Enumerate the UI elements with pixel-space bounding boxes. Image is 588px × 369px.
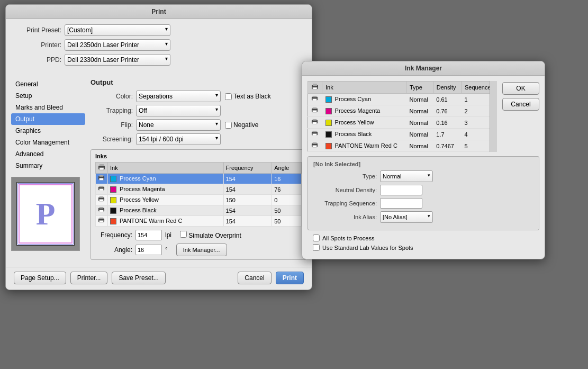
output-section-title: Output [91,78,306,86]
svg-rect-14 [99,210,103,212]
printer-select-wrapper: Dell 2350dn Laser Printer [65,39,170,51]
ink-manager-title: Ink Manager [302,61,545,76]
svg-rect-19 [313,84,317,86]
negative-checkbox[interactable] [225,122,232,129]
svg-rect-8 [99,189,103,191]
sidebar-item-color-management[interactable]: Color Management [11,137,85,148]
svg-rect-2 [99,168,104,170]
use-standard-lab-label: Use Standard Lab Values for Spots [322,245,413,251]
all-spots-checkbox[interactable] [313,235,320,241]
svg-rect-1 [99,164,104,166]
use-standard-lab-checkbox[interactable] [313,244,320,251]
svg-rect-20 [313,87,317,89]
im-alias-label: Ink Alias: [313,214,377,220]
inks-table-row[interactable]: Process Yellow 150 0 [96,195,302,205]
ink-details-section: [No Ink Selected] Type: Normal Neutral D… [307,156,539,230]
flip-label: Flip: [91,121,133,129]
trapping-select-wrapper: Off [136,105,221,116]
inks-table-row[interactable]: Process Magenta 154 76 [96,184,302,195]
im-table-row[interactable]: Process Yellow Normal 0.16 3 [308,117,497,129]
color-label: Color: [91,93,133,100]
print-dialog: Print Print Preset: [Custom] Printer: De… [5,4,312,290]
ink-manager-scrollbar[interactable] [490,81,497,152]
ppd-select[interactable]: Dell 2330dn Laser Printer [65,54,170,66]
inks-table-row[interactable]: PANTONE Warm Red C 154 50 [96,216,302,227]
sidebar-item-marks[interactable]: Marks and Bleed [11,102,85,113]
ink-manager-table: Ink Type Density Sequence Process Cyan [307,81,497,152]
sidebar-item-graphics[interactable]: Graphics [11,125,85,137]
im-table-row[interactable]: Process Magenta Normal 0.76 2 [308,105,497,117]
im-trapping-seq-input[interactable] [380,198,422,209]
ppd-label: PPD: [14,56,61,64]
ink-manager-button[interactable]: Ink Manager... [176,244,227,256]
trapping-select[interactable]: Off [136,105,221,116]
svg-rect-10 [99,196,103,198]
ink-manager-dialog: Ink Manager Ink Type Density [302,61,545,259]
ppd-select-wrapper: Dell 2330dn Laser Printer [65,54,170,66]
sidebar-item-output[interactable]: Output [11,113,85,125]
svg-rect-25 [313,107,316,109]
frequency-input[interactable] [135,230,162,240]
print-preview: P [11,177,80,251]
all-spots-label: All Spots to Process [322,235,374,241]
sidebar-item-general[interactable]: General [11,78,85,90]
sidebar-item-advanced[interactable]: Advanced [11,148,85,160]
angle-input[interactable] [135,245,162,255]
svg-rect-23 [313,99,316,101]
print-button[interactable]: Print [276,272,304,284]
cancel-button[interactable]: Cancel [238,272,271,284]
inks-title: Inks [95,153,302,159]
preset-select[interactable]: [Custom] [65,24,170,36]
svg-rect-32 [313,134,316,136]
inks-table-row[interactable]: Process Cyan 154 16 [96,174,302,184]
svg-rect-22 [313,96,316,97]
trapping-label: Trapping: [91,107,133,114]
im-table-row[interactable]: Process Black Normal 1.7 4 [308,129,497,140]
print-dialog-title: Print [6,5,312,19]
simulate-overprint-label: Simulate Overprint [188,232,241,239]
simulate-overprint-checkbox[interactable] [180,231,187,238]
im-alias-select[interactable]: [No Alias] [380,211,433,223]
save-preset-button[interactable]: Save Preset... [112,272,165,284]
text-as-black-checkbox[interactable] [225,93,232,100]
im-table-row[interactable]: PANTONE Warm Red C Normal 0.7467 5 [308,140,497,152]
inks-table-row[interactable]: Process Black 154 50 [96,205,302,216]
svg-rect-35 [313,146,316,148]
screening-select-wrapper: 154 lpi / 600 dpi [136,133,221,145]
im-cancel-button[interactable]: Cancel [502,98,539,111]
color-select[interactable]: Separations [136,91,221,102]
preset-select-wrapper: [Custom] [65,24,170,36]
flip-select-wrapper: None [136,119,221,131]
inks-section: Inks Ink Frequency Angle [91,149,306,260]
printer-button[interactable]: Printer... [70,272,108,284]
svg-rect-28 [313,119,316,121]
svg-rect-31 [313,131,316,132]
im-ok-button[interactable]: OK [502,82,539,95]
text-as-black-label: Text as Black [233,93,271,100]
svg-rect-34 [313,142,316,144]
svg-rect-7 [99,186,103,187]
svg-rect-5 [99,178,103,181]
im-trapping-seq-label: Trapping Sequence: [313,200,377,206]
screening-select[interactable]: 154 lpi / 600 dpi [136,133,221,145]
angle-unit: ° [165,246,168,254]
sidebar-item-summary[interactable]: Summary [11,160,85,172]
color-select-wrapper: Separations [136,91,221,102]
flip-select[interactable]: None [136,119,221,131]
page-setup-button[interactable]: Page Setup... [14,272,66,284]
print-dialog-footer: Page Setup... Printer... Save Preset... … [6,267,312,290]
im-table-row[interactable]: Process Cyan Normal 0.61 1 [308,94,497,105]
frequency-unit: lpi [165,231,171,239]
im-type-select[interactable]: Normal [380,170,433,182]
sidebar: General Setup Marks and Bleed Output Gra… [11,78,85,260]
svg-rect-13 [99,207,103,209]
content-area: Output Color: Separations Text as Black … [91,78,306,260]
inks-table: Ink Frequency Angle Process Cyan 154 16 [95,162,302,227]
printer-label: Printer: [14,41,61,49]
im-density-input[interactable] [380,185,422,195]
sidebar-item-setup[interactable]: Setup [11,90,85,102]
screening-label: Screening: [91,136,133,143]
svg-rect-29 [313,122,316,124]
printer-select[interactable]: Dell 2350dn Laser Printer [65,39,170,51]
angle-label: Angle: [95,246,132,254]
